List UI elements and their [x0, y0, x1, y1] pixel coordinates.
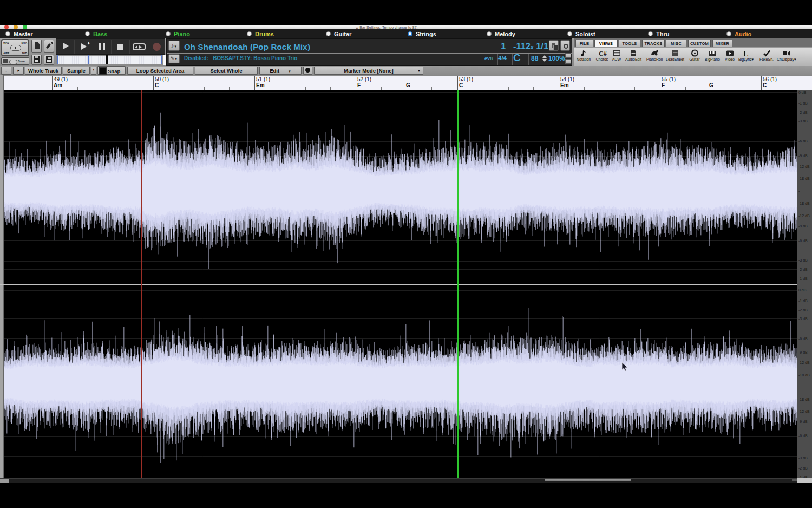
svg-text:C#|: C#|: [599, 50, 607, 57]
svg-text:L: L: [743, 50, 748, 58]
